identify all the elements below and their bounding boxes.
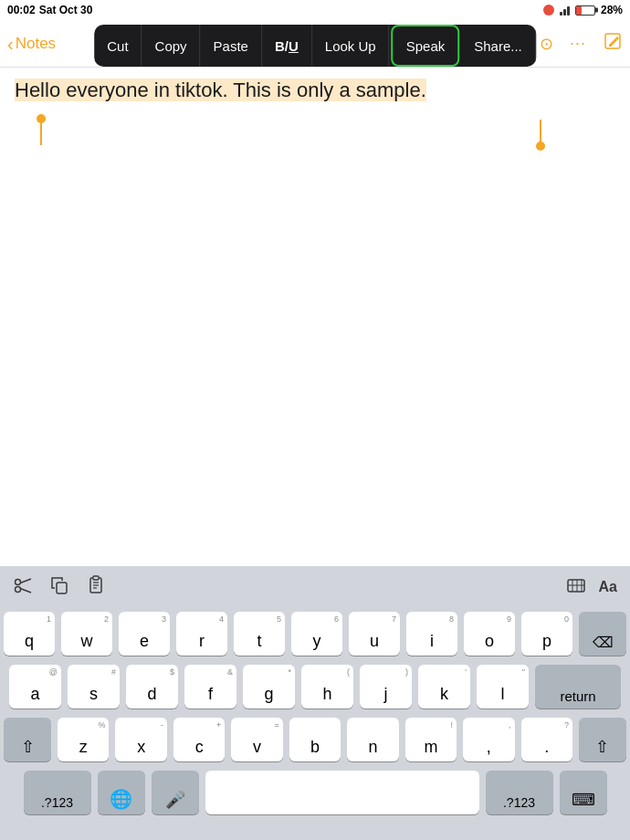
aa-icon[interactable]: Aa bbox=[599, 579, 617, 595]
key-j[interactable]: )j bbox=[360, 665, 412, 709]
wifi-icon bbox=[560, 5, 570, 16]
key-space[interactable] bbox=[205, 771, 479, 814]
key-n[interactable]: n bbox=[347, 718, 398, 761]
svg-rect-7 bbox=[93, 576, 99, 580]
key-r[interactable]: 4r bbox=[176, 612, 227, 656]
key-row-2: @a #s $d &f *g (h )j 'k "l return bbox=[4, 665, 626, 709]
back-chevron-icon: ‹ bbox=[7, 35, 14, 53]
key-k[interactable]: 'k bbox=[418, 665, 470, 709]
key-f[interactable]: &f bbox=[184, 665, 236, 709]
status-right: 28% bbox=[543, 4, 623, 16]
context-lookup[interactable]: Look Up bbox=[312, 25, 390, 67]
key-row-3: ⇧ %z -x +c =v b n !m ,, ?. ⇧ bbox=[4, 718, 626, 761]
key-t[interactable]: 5t bbox=[234, 612, 285, 656]
date: Sat Oct 30 bbox=[39, 4, 93, 16]
more-icon[interactable]: ··· bbox=[570, 34, 586, 53]
key-h[interactable]: (h bbox=[301, 665, 353, 709]
svg-point-2 bbox=[16, 586, 21, 592]
key-comma[interactable]: ,, bbox=[463, 718, 514, 761]
key-z[interactable]: %z bbox=[58, 718, 109, 761]
key-period[interactable]: ?. bbox=[521, 718, 572, 761]
key-backspace[interactable]: ⌫ bbox=[579, 612, 626, 656]
key-return[interactable]: return bbox=[535, 665, 621, 709]
key-microphone[interactable]: 🎤 bbox=[152, 771, 199, 814]
key-c[interactable]: +c bbox=[173, 718, 225, 761]
key-i[interactable]: 8i bbox=[406, 612, 457, 656]
copy-toolbar-icon[interactable] bbox=[49, 575, 69, 600]
key-shift-right[interactable]: ⇧ bbox=[579, 718, 626, 761]
key-b[interactable]: b bbox=[289, 718, 341, 761]
key-e[interactable]: 3e bbox=[119, 612, 170, 656]
keyboard-toolbar: Aa bbox=[0, 566, 630, 608]
note-text[interactable]: Hello everyone in tiktok. This is only a… bbox=[15, 79, 426, 101]
key-globe[interactable]: 🌐 bbox=[98, 771, 145, 814]
keyboard-layout-icon[interactable] bbox=[566, 575, 586, 600]
key-m[interactable]: !m bbox=[405, 718, 457, 761]
context-paste[interactable]: Paste bbox=[201, 25, 262, 67]
keyboard: Aa 1q 2w 3e 4r 5t 6y 7u 8i 9o 0p ⌫ @a #s… bbox=[0, 566, 630, 840]
toolbar-left bbox=[13, 575, 106, 600]
context-speak[interactable]: Speak bbox=[392, 25, 460, 67]
recording-dot bbox=[543, 5, 554, 16]
context-cut[interactable]: Cut bbox=[94, 25, 142, 67]
search-icon[interactable]: ⊙ bbox=[540, 34, 553, 54]
status-left: 00:02 Sat Oct 30 bbox=[7, 4, 92, 16]
context-bold-underline[interactable]: B / U bbox=[262, 25, 312, 67]
key-p[interactable]: 0p bbox=[521, 612, 572, 656]
key-123-right[interactable]: .?123 bbox=[486, 771, 553, 814]
battery-icon bbox=[575, 5, 595, 16]
key-l[interactable]: "l bbox=[477, 665, 529, 709]
key-row-bottom: .?123 🌐 🎤 .?123 ⌨ bbox=[0, 761, 630, 822]
svg-point-1 bbox=[16, 579, 21, 584]
note-area[interactable]: Hello everyone in tiktok. This is only a… bbox=[0, 68, 630, 566]
key-123-left[interactable]: .?123 bbox=[24, 771, 91, 814]
battery-percent: 28% bbox=[601, 4, 623, 16]
context-share[interactable]: Share... bbox=[461, 25, 536, 67]
key-q[interactable]: 1q bbox=[4, 612, 55, 656]
key-y[interactable]: 6y bbox=[291, 612, 342, 656]
back-button[interactable]: ‹ Notes bbox=[7, 35, 56, 53]
svg-rect-5 bbox=[57, 583, 67, 593]
key-o[interactable]: 9o bbox=[464, 612, 515, 656]
key-x[interactable]: -x bbox=[115, 718, 166, 761]
key-row-1: 1q 2w 3e 4r 5t 6y 7u 8i 9o 0p ⌫ bbox=[4, 612, 626, 656]
key-d[interactable]: $d bbox=[126, 665, 178, 709]
key-s[interactable]: #s bbox=[68, 665, 120, 709]
selection-handle-left bbox=[40, 120, 42, 145]
context-copy[interactable]: Copy bbox=[142, 25, 201, 67]
key-w[interactable]: 2w bbox=[61, 612, 112, 656]
key-keyboard-dismiss[interactable]: ⌨ bbox=[560, 771, 607, 814]
back-label: Notes bbox=[16, 35, 56, 53]
svg-line-4 bbox=[20, 588, 31, 593]
key-a[interactable]: @a bbox=[9, 665, 61, 709]
context-menu: Cut Copy Paste B / U Look Up Speak Share… bbox=[94, 25, 536, 67]
nav-bar: ‹ Notes Cut Copy Paste B / U Look Up Spe… bbox=[0, 20, 630, 68]
keyboard-rows: 1q 2w 3e 4r 5t 6y 7u 8i 9o 0p ⌫ @a #s $d… bbox=[0, 608, 630, 761]
selected-text: Hello everyone in tiktok. This is only a… bbox=[15, 79, 426, 101]
paste-toolbar-icon[interactable] bbox=[86, 575, 106, 600]
nav-right: ⊙ ··· bbox=[540, 31, 623, 56]
scissors-icon[interactable] bbox=[13, 575, 33, 600]
time: 00:02 bbox=[7, 4, 36, 16]
key-v[interactable]: =v bbox=[231, 718, 282, 761]
toolbar-right: Aa bbox=[566, 575, 617, 600]
key-g[interactable]: *g bbox=[243, 665, 295, 709]
status-bar: 00:02 Sat Oct 30 28% bbox=[0, 0, 630, 20]
selection-handle-right bbox=[540, 120, 541, 145]
compose-icon[interactable] bbox=[603, 31, 623, 56]
svg-line-3 bbox=[20, 579, 31, 583]
key-u[interactable]: 7u bbox=[349, 612, 400, 656]
context-menu-arrow bbox=[308, 66, 322, 67]
key-shift[interactable]: ⇧ bbox=[4, 718, 51, 761]
